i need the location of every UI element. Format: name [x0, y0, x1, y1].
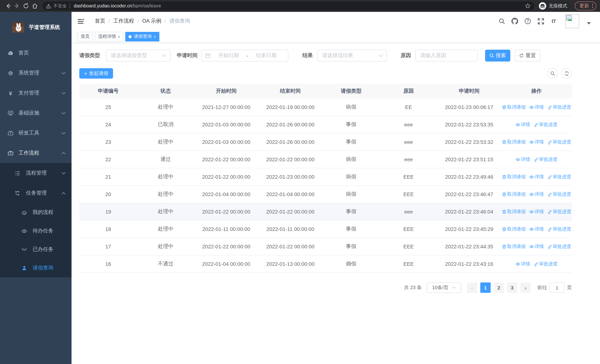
sidebar-item-infra[interactable]: 基础设施: [0, 103, 72, 123]
font-size-icon[interactable]: tT: [550, 18, 557, 25]
sidebar-item-label: 系统管理: [19, 70, 62, 76]
progress-action-link[interactable]: 审批进度: [547, 208, 571, 215]
detail-action-link[interactable]: 详情: [515, 121, 530, 128]
breadcrumb-home[interactable]: 首页: [95, 18, 105, 24]
close-icon[interactable]: ×: [154, 34, 156, 39]
browser-home-button[interactable]: [30, 1, 39, 10]
help-icon[interactable]: [524, 18, 531, 25]
progress-action-link[interactable]: 审批进度: [534, 156, 558, 163]
github-icon[interactable]: [511, 18, 518, 25]
briefcase-icon: [8, 150, 13, 156]
apply-time-range-picker[interactable]: 开始日期 - 结束日期: [201, 50, 288, 62]
cell-apply-time: 2022-01-22 23:44:35: [437, 243, 501, 250]
sidebar-item-home[interactable]: 首页: [0, 43, 72, 63]
result-select[interactable]: 请选择流结果: [317, 50, 387, 62]
close-icon[interactable]: ×: [118, 34, 120, 39]
not-secure-icon[interactable]: [46, 3, 51, 8]
progress-action-link[interactable]: 审批进度: [547, 174, 571, 180]
progress-action-link[interactable]: 审批进度: [547, 139, 571, 145]
table-row: 17 处理中 2022-01-22 00:00:00 2022-01-22 00…: [79, 238, 572, 255]
detail-action-link[interactable]: 详情: [529, 174, 544, 180]
cell-status: 处理中: [137, 191, 194, 197]
sidebar-item-label: 已办任务: [33, 246, 53, 253]
app-logo[interactable]: 芋道管理系统: [0, 12, 72, 43]
search-icon[interactable]: [498, 18, 506, 25]
table-body: 25 处理中 2021-12-27 00:00:00 2022-01-19 00…: [79, 99, 572, 273]
not-secure-label[interactable]: 不安全: [53, 3, 67, 9]
detail-action-link[interactable]: 详情: [515, 156, 530, 163]
browser-menu-icon[interactable]: [592, 4, 593, 8]
cell-end-time: 2022-01-23 00:00:00: [258, 174, 322, 180]
breadcrumb-oa[interactable]: OA 示例: [142, 18, 161, 24]
refresh-button[interactable]: [562, 68, 572, 79]
tab-process-detail[interactable]: 流程详情 ×: [95, 32, 124, 41]
cancel-action-link[interactable]: 取消请假: [502, 104, 526, 110]
browser-back-button[interactable]: [4, 1, 13, 10]
detail-action-link[interactable]: 详情: [515, 261, 530, 267]
sidebar-item-task-mgmt[interactable]: 任务管理: [0, 183, 72, 203]
tab-leave-query[interactable]: 请假查询 ×: [125, 32, 159, 41]
cancel-action-link[interactable]: 取消请假: [502, 174, 526, 180]
search-button[interactable]: 搜索: [485, 50, 510, 62]
page-button-1[interactable]: 1: [480, 282, 491, 293]
sidebar-item-devtools[interactable]: 研发工具: [0, 123, 72, 143]
leave-type-select[interactable]: 请选择请假类型: [106, 50, 170, 62]
cancel-action-link[interactable]: 取消请假: [502, 226, 526, 232]
progress-action-link[interactable]: 审批进度: [534, 121, 558, 128]
detail-action-link[interactable]: 详情: [529, 139, 544, 145]
progress-action-link[interactable]: 审批进度: [547, 243, 571, 250]
col-header-actions: 操作: [501, 88, 572, 94]
progress-action-link[interactable]: 审批进度: [547, 226, 571, 232]
show-search-button[interactable]: [547, 68, 558, 79]
prev-page-button[interactable]: ‹: [467, 282, 477, 293]
date-end-input[interactable]: 结束日期: [248, 52, 284, 59]
bookmark-star-icon[interactable]: [525, 3, 531, 9]
cancel-action-link[interactable]: 取消请假: [502, 208, 526, 215]
reason-input[interactable]: 请输入原因: [415, 50, 478, 62]
progress-action-link[interactable]: 审批进度: [534, 261, 558, 267]
avatar-caret-icon[interactable]: [587, 22, 591, 24]
sidebar-item-workflow[interactable]: 工作流程: [0, 143, 72, 163]
create-leave-button[interactable]: + 发起请假: [79, 68, 113, 79]
sidebar-item-todo-tasks[interactable]: 待办任务: [0, 222, 72, 240]
detail-action-link[interactable]: 详情: [529, 191, 544, 197]
progress-action-link[interactable]: 审批进度: [547, 104, 571, 110]
goto-page-input[interactable]: 1: [550, 282, 564, 293]
fullscreen-icon[interactable]: [537, 18, 544, 25]
sidebar-fold-icon[interactable]: [77, 18, 85, 24]
date-start-input[interactable]: 开始日期: [210, 52, 246, 59]
address-bar[interactable]: 不安全 dashboard.yudao.iocoder.cn/bpm/oa/le…: [42, 1, 534, 10]
avatar[interactable]: [565, 14, 579, 28]
browser-update-button[interactable]: 更新: [575, 1, 596, 10]
cancel-action-link[interactable]: 取消请假: [502, 243, 526, 250]
browser-reload-button[interactable]: [21, 1, 30, 10]
progress-action-link[interactable]: 审批进度: [547, 191, 571, 197]
detail-action-link[interactable]: 详情: [529, 226, 544, 232]
next-page-button[interactable]: ›: [520, 282, 531, 293]
sidebar-item-process-mgmt[interactable]: 流程管理: [0, 163, 72, 183]
detail-action-link[interactable]: 详情: [529, 104, 544, 110]
cancel-action-link[interactable]: 取消请假: [502, 191, 526, 197]
sidebar-item-my-process[interactable]: 我的流程: [0, 203, 72, 222]
url-host: dashboard.yudao.iocoder.cn: [74, 3, 132, 9]
sidebar-item-system[interactable]: 系统管理: [0, 63, 72, 83]
detail-action-link[interactable]: 详情: [529, 208, 544, 215]
sidebar-item-payment[interactable]: ¥ 支付管理: [0, 83, 72, 103]
page-button-2[interactable]: 2: [494, 282, 504, 293]
cell-leave-type: 事假: [322, 139, 380, 145]
cancel-action-link[interactable]: 取消请假: [502, 139, 526, 145]
sidebar-item-done-tasks[interactable]: 已办任务: [0, 240, 72, 259]
sidebar-item-leave-query[interactable]: 请假查询: [0, 259, 72, 277]
update-label: 更新: [580, 3, 589, 9]
leave-table: 申请编号 状态 开始时间 结束时间 请假类型 原因 申请时间 操作 25 处理中…: [79, 84, 572, 273]
browser-forward-button[interactable]: [13, 1, 21, 10]
cell-end-time: 2022-01-22 00:00:00: [258, 243, 322, 250]
page-button-3[interactable]: 3: [507, 282, 517, 293]
page-size-select[interactable]: 10条/页: [427, 282, 461, 293]
tab-home[interactable]: 首页: [77, 32, 93, 41]
breadcrumb-workflow[interactable]: 工作流程: [113, 18, 134, 24]
chevron-down-icon: [62, 112, 66, 114]
cell-leave-type: 事假: [322, 243, 380, 250]
reset-button[interactable]: 重置: [515, 50, 540, 62]
detail-action-link[interactable]: 详情: [529, 243, 544, 250]
